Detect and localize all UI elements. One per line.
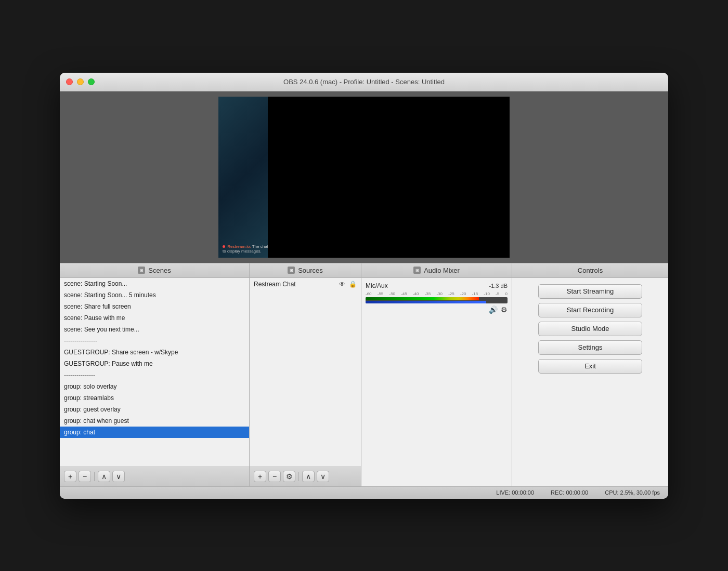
scene-separator: ---------------- [60,335,249,347]
list-item[interactable]: GUESTGROUP: Pause with me [60,358,249,369]
list-item[interactable]: Restream Chat 👁 🔒 [250,278,361,290]
sources-list: Restream Chat 👁 🔒 [250,278,361,467]
scene-separator: --------------- [60,369,249,381]
controls-content: Start Streaming Start Recording Studio M… [512,278,668,486]
scenes-panel-icon: ⊞ [138,267,145,274]
audio-label-row: Mic/Aux -1.3 dB [366,282,508,289]
sources-footer: + − ⚙ ∧ ∨ [250,467,361,486]
list-item[interactable]: group: streamlabs [60,392,249,404]
preview-canvas: Restream.io: The chat is readyto display… [218,97,510,258]
sources-panel-title: Sources [298,267,323,274]
panels-container: ⊞ Scenes scene: Starting Soon... scene: … [60,263,668,486]
list-item[interactable]: scene: Share full screen [60,301,249,312]
audio-content: Mic/Aux -1.3 dB -60-55-50-45-40-35-30-25… [361,278,512,486]
preview-area: Restream.io: The chat is readyto display… [60,91,668,263]
move-scene-down-button[interactable]: ∨ [112,471,125,482]
close-button[interactable] [66,78,73,85]
restream-brand: Restream.io: [227,244,251,249]
move-source-up-button[interactable]: ∧ [302,471,315,482]
live-status: LIVE: 00:00:00 [496,489,534,496]
eye-icon[interactable]: 👁 [338,280,346,288]
audio-panel-header: ⊞ Audio Mixer [361,263,512,278]
studio-mode-button[interactable]: Studio Mode [538,322,642,336]
source-settings-button[interactable]: ⚙ [283,471,295,482]
sources-panel-icon: ⊞ [288,267,295,274]
status-bar: LIVE: 00:00:00 REC: 00:00:00 CPU: 2.5%, … [60,486,668,499]
list-item[interactable]: scene: Starting Soon... [60,278,249,289]
remove-scene-button[interactable]: − [79,471,91,482]
sources-panel: ⊞ Sources Restream Chat 👁 🔒 + − ⚙ ∧ ∨ [250,263,361,486]
lock-icon[interactable]: 🔒 [348,280,357,288]
source-label: Restream Chat [254,281,296,288]
list-item[interactable]: group: chat [60,427,249,438]
list-item[interactable]: scene: Starting Soon... 5 minutes [60,289,249,301]
title-bar: OBS 24.0.6 (mac) - Profile: Untitled - S… [60,73,668,91]
scenes-footer: + − ∧ ∨ [60,467,249,486]
start-streaming-button[interactable]: Start Streaming [538,284,642,299]
controls-panel-header: Controls [512,263,668,278]
audio-db-value: -1.3 dB [489,283,508,289]
settings-button[interactable]: Settings [538,340,642,355]
audio-controls: 🔊 ⚙ [366,306,508,314]
window-controls [66,78,95,85]
audio-panel-title: Audio Mixer [424,267,460,274]
audio-panel: ⊞ Audio Mixer Mic/Aux -1.3 dB -60-55-50-… [361,263,512,486]
window-title: OBS 24.0.6 (mac) - Profile: Untitled - S… [60,78,668,86]
list-item[interactable]: GUESTGROUP: Share screen - w/Skype [60,347,249,358]
scenes-panel-title: Scenes [148,267,171,274]
cpu-status: CPU: 2.5%, 30.00 fps [605,489,660,496]
list-item[interactable]: group: chat when guest [60,415,249,427]
remove-source-button[interactable]: − [268,471,281,482]
scenes-panel: ⊞ Scenes scene: Starting Soon... scene: … [60,263,250,486]
footer-divider [94,472,95,481]
list-item[interactable]: group: guest overlay [60,404,249,415]
audio-channel: Mic/Aux -1.3 dB -60-55-50-45-40-35-30-25… [361,278,512,318]
preview-right-panel [268,97,510,258]
list-item[interactable]: group: solo overlay [60,381,249,392]
footer-divider [298,472,299,481]
audio-channel-label: Mic/Aux [366,282,388,289]
sources-panel-header: ⊞ Sources [250,263,361,278]
add-source-button[interactable]: + [254,471,266,482]
audio-settings-button[interactable]: ⚙ [501,306,508,314]
audio-meter-blue [366,301,486,303]
source-icons: 👁 🔒 [338,280,357,288]
move-source-down-button[interactable]: ∨ [317,471,329,482]
list-item[interactable]: scene: See you next time... [60,324,249,335]
minimize-button[interactable] [77,78,84,85]
audio-meter-green [366,297,479,300]
obs-window: OBS 24.0.6 (mac) - Profile: Untitled - S… [60,73,668,499]
controls-panel-title: Controls [578,267,603,274]
list-item[interactable]: scene: Pause with me [60,312,249,324]
exit-button[interactable]: Exit [538,359,642,374]
scenes-panel-header: ⊞ Scenes [60,263,249,278]
add-scene-button[interactable]: + [64,471,76,482]
scenes-list: scene: Starting Soon... scene: Starting … [60,278,249,467]
audio-panel-icon: ⊞ [413,267,421,274]
restream-dot [223,245,225,248]
meter-scale: -60-55-50-45-40-35-30-25-20-15-10-50 [366,291,508,296]
audio-meter-track [366,297,508,303]
preview-left-panel: Restream.io: The chat is readyto display… [218,97,268,258]
start-recording-button[interactable]: Start Recording [538,303,642,317]
mute-button[interactable]: 🔊 [489,306,498,314]
maximize-button[interactable] [88,78,95,85]
rec-status: REC: 00:00:00 [551,489,588,496]
controls-panel: Controls Start Streaming Start Recording… [512,263,668,486]
move-scene-up-button[interactable]: ∧ [98,471,110,482]
